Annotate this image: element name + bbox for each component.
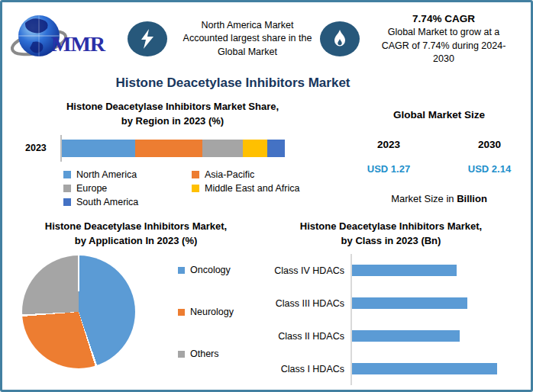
- legend-swatch: [178, 267, 185, 274]
- bar-label: Class II HDACs: [270, 331, 344, 342]
- market-size-heading: Global Market Size: [338, 109, 533, 120]
- na-line-2: Accounted largest share in the: [175, 32, 320, 45]
- legend-item-oncology: Oncology: [178, 265, 234, 275]
- region-legend: North America Asia-Pacific Europe Middle…: [63, 169, 329, 207]
- bar-segment-asia-pacific: [135, 140, 202, 157]
- logo-text: MMR: [51, 32, 105, 56]
- bar-track: [350, 254, 505, 287]
- application-pie-chart: Histone Deacetylase Inhibitors Market, b…: [2, 218, 270, 386]
- bar-row-class-iv: Class IV HDACs: [270, 254, 512, 287]
- region-title-line-1: Histone Deacetylase Inhibitors Market Sh…: [66, 101, 279, 112]
- bar-segment-europe: [202, 140, 243, 157]
- bar-class-i: [352, 363, 497, 374]
- na-highlight: North America Market Accounted largest s…: [128, 19, 320, 59]
- legend-swatch: [178, 351, 185, 358]
- market-size-values: USD 1.27 USD 2.14: [338, 163, 533, 175]
- bar-label: Class IV HDACs: [270, 265, 344, 276]
- legend-swatch: [63, 171, 71, 178]
- region-bar-area: 2023: [25, 135, 329, 162]
- legend-swatch: [192, 185, 199, 192]
- bar-row-class-iii: Class III HDACs: [270, 287, 512, 320]
- market-size-years: 2023 2030: [338, 139, 533, 150]
- cagr-line-2: CAGR of 7.74% during 2024-: [367, 40, 520, 53]
- legend-item-europe: Europe: [63, 183, 192, 194]
- legend-swatch: [63, 198, 71, 206]
- legend-item-neurology: Neurology: [178, 307, 234, 317]
- class-bars: Class IV HDACs Class III HDACs Class II …: [270, 254, 512, 385]
- bar-segment-south-america: [267, 140, 285, 157]
- legend-label: Neurology: [190, 307, 234, 317]
- na-highlight-text: North America Market Accounted largest s…: [175, 19, 320, 59]
- year-2023-label: 2023: [338, 139, 439, 150]
- legend-item-south-america: South America: [63, 197, 192, 207]
- pie: [22, 255, 135, 368]
- cagr-title: 7.74% CAGR: [367, 12, 520, 27]
- year-2030-label: 2030: [439, 139, 533, 150]
- bar-label: Class III HDACs: [270, 298, 344, 309]
- region-stacked-bar: [62, 140, 285, 157]
- legend-swatch: [192, 171, 199, 178]
- legend-label: Oncology: [190, 265, 231, 275]
- region-chart-title: Histone Deacetylase Inhibitors Market Sh…: [2, 100, 329, 129]
- class-bar-chart: Histone Deacetylase Inhibitors Market, b…: [270, 218, 531, 386]
- class-title-line-2: by Class in 2023 (Bn): [341, 235, 441, 246]
- bar-class-ii: [352, 330, 460, 342]
- bar-segment-middle-east-africa: [243, 140, 267, 157]
- mmr-logo: MMR: [8, 12, 124, 66]
- legend-swatch: [63, 185, 71, 192]
- legend-item-north-america: North America: [63, 169, 192, 180]
- legend-swatch: [178, 309, 185, 316]
- cagr-highlight: 7.74% CAGR Global Market to grow at a CA…: [320, 12, 520, 66]
- bar-track: [350, 352, 505, 385]
- legend-label: Others: [190, 349, 219, 359]
- legend-label: South America: [76, 197, 138, 207]
- value-2023: USD 1.27: [338, 163, 439, 175]
- legend-item-others: Others: [178, 349, 234, 359]
- legend-item-middle-east-africa: Middle East and Africa: [192, 183, 331, 194]
- pie-chart-title: Histone Deacetylase Inhibitors Market, b…: [2, 220, 270, 249]
- legend-label: Middle East and Africa: [205, 183, 299, 194]
- pie-wrap: Oncology Neurology Others: [2, 255, 270, 368]
- bar-track: [350, 320, 505, 352]
- lightning-icon: [128, 21, 167, 56]
- flame-icon: [320, 21, 360, 56]
- bar-row-class-ii: Class II HDACs: [270, 320, 512, 352]
- na-line-1: North America Market: [175, 19, 320, 32]
- bar-segment-north-america: [62, 140, 135, 157]
- legend-item-asia-pacific: Asia-Pacific: [192, 169, 331, 180]
- market-size-note-prefix: Market Size in: [391, 193, 457, 204]
- class-title-line-1: Histone Deacetylase Inhibitors Market,: [300, 220, 482, 232]
- na-line-3: Global Market: [175, 46, 320, 59]
- bar-track: [350, 287, 505, 320]
- header-bar: MMR North America Market Accounted large…: [2, 2, 531, 68]
- region-title-line-2: by Region in 2023 (%): [121, 115, 224, 127]
- region-bar-axis: [60, 135, 285, 162]
- global-market-size-panel: Global Market Size 2023 2030 USD 1.27 US…: [329, 98, 533, 207]
- middle-row: Histone Deacetylase Inhibitors Market Sh…: [2, 98, 531, 207]
- bar-class-iv: [352, 265, 457, 276]
- cagr-line-3: 2030: [367, 53, 520, 66]
- pie-title-line-2: by Application In 2023 (%): [75, 235, 198, 246]
- page-title: Histone Deacetylase Inhibitors Market: [2, 76, 464, 91]
- region-bar-year-label: 2023: [25, 143, 60, 153]
- pie-title-line-1: Histone Deacetylase Inhibitors Market,: [45, 220, 227, 232]
- legend-label: Europe: [76, 183, 107, 194]
- class-chart-title: Histone Deacetylase Inhibitors Market, b…: [270, 220, 512, 249]
- bar-class-iii: [352, 297, 467, 309]
- bar-row-class-i: Class I HDACs: [270, 352, 512, 385]
- bar-label: Class I HDACs: [270, 364, 344, 374]
- legend-label: Asia-Pacific: [205, 169, 254, 180]
- market-size-note-unit: Billion: [457, 193, 487, 204]
- pie-legend: Oncology Neurology Others: [178, 265, 234, 359]
- cagr-line-1: Global Market to grow at a: [367, 26, 520, 39]
- legend-label: North America: [76, 169, 137, 180]
- infographic-frame: MMR North America Market Accounted large…: [0, 0, 533, 392]
- market-size-note: Market Size in Billion: [338, 193, 533, 204]
- bottom-row: Histone Deacetylase Inhibitors Market, b…: [2, 218, 531, 386]
- region-share-chart: Histone Deacetylase Inhibitors Market Sh…: [2, 98, 329, 207]
- value-2030: USD 2.14: [439, 163, 533, 175]
- cagr-highlight-text: 7.74% CAGR Global Market to grow at a CA…: [367, 12, 520, 66]
